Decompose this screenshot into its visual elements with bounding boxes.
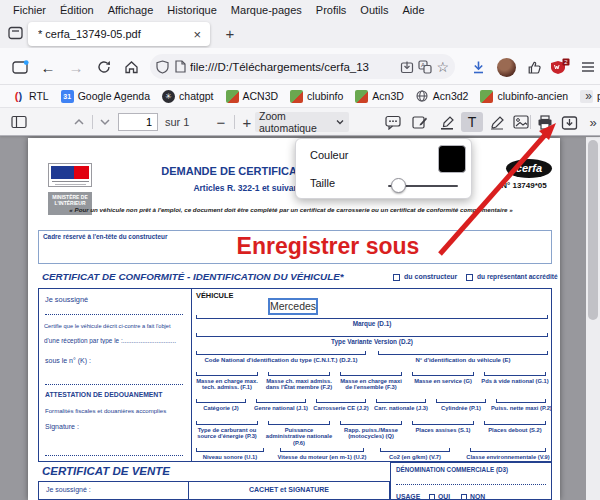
field-line	[378, 351, 548, 355]
menu-historique[interactable]: Historique	[160, 4, 224, 16]
menu-outils[interactable]: Outils	[353, 4, 395, 16]
hamburger-menu-icon[interactable]	[576, 55, 600, 79]
text-annotation-mercedes[interactable]: Mercedes	[268, 298, 318, 315]
home-button[interactable]	[119, 55, 143, 79]
tab-list-icon[interactable]	[8, 26, 23, 40]
field-line	[496, 399, 546, 403]
url-text[interactable]: file:///D:/Téléchargements/cerfa_13	[190, 61, 396, 73]
dotted-line	[45, 384, 183, 385]
bookmark-acn3d-2[interactable]: Acn3D	[349, 87, 410, 106]
clubinfo-ancien-favicon	[480, 90, 493, 103]
bookmark-acn3d2[interactable]: Acn3d2	[410, 87, 475, 106]
field-label-marque: Marque (D.1)	[196, 321, 548, 327]
document-notice: « Pour un véhicule non prêt à l'emploi, …	[36, 206, 546, 213]
scrollbar-thumb[interactable]	[588, 140, 598, 320]
field-line	[196, 315, 548, 319]
reload-button[interactable]	[92, 55, 116, 79]
bookmark-rtl[interactable]: () RTL	[6, 87, 55, 106]
bookmark-acn3d[interactable]: ACN3D	[220, 87, 285, 106]
field-label-g: Masse en service (G)	[409, 378, 477, 384]
page-info-icon[interactable]	[175, 60, 186, 73]
pdf-toolbar-overflow-chevron[interactable]: »	[582, 112, 600, 132]
field-label-j2: Carrosserie CE (J.2)	[311, 405, 371, 411]
field-line	[196, 333, 548, 337]
clubinfo-favicon	[290, 90, 303, 103]
bookmarks-overflow-chevron[interactable]: »	[585, 89, 592, 103]
menu-fichier[interactable]: Fichier	[6, 4, 53, 16]
calendar-favicon: 31	[61, 90, 74, 103]
draw-tool-icon[interactable]	[486, 112, 508, 132]
text-tool-icon[interactable]: T	[461, 112, 483, 132]
bookmarks-bar: () RTL 31 Google Agenda ✳ chatgpt ACN3D …	[0, 85, 600, 108]
menu-affichage[interactable]: Affichage	[101, 4, 161, 16]
menu-edition[interactable]: Édition	[53, 4, 101, 16]
menu-profils[interactable]: Profils	[309, 4, 354, 16]
field-line	[196, 448, 264, 452]
left-certifie: Certifie que le véhicule décrit ci-contr…	[44, 323, 188, 329]
new-tab-button[interactable]: +	[218, 22, 242, 46]
bookmark-clubinfo[interactable]: clubinfo	[284, 87, 349, 106]
field-label-p2: Puiss. nette maxi (P.2)	[491, 405, 551, 411]
tab-bar: * cerfa_13749-05.pdf × +	[0, 19, 600, 48]
color-swatch[interactable]	[438, 145, 466, 173]
image-tool-icon[interactable]	[510, 112, 532, 132]
field-line	[412, 372, 474, 376]
menu-aide[interactable]: Aide	[395, 4, 431, 16]
page-count-label: sur 1	[165, 116, 189, 128]
page-number-input[interactable]	[118, 113, 158, 131]
field-label-s2: Places debout (S.2)	[481, 427, 549, 433]
checkbox-oui	[429, 494, 435, 500]
tab-close-button[interactable]: ×	[190, 27, 204, 42]
active-tab[interactable]: * cerfa_13749-05.pdf ×	[28, 22, 210, 46]
page-up-icon[interactable]	[68, 112, 90, 132]
cadre-label: Cadre réservé à l'en-tête du constructeu…	[43, 233, 167, 240]
color-label: Couleur	[310, 149, 349, 161]
field-label-vin: N° d'identification du véhicule (E)	[378, 357, 548, 363]
non-label: NON	[470, 493, 485, 500]
account-avatar[interactable]	[494, 55, 518, 79]
back-button[interactable]: ←	[36, 55, 60, 79]
bookmark-star-icon[interactable]: ☆	[436, 59, 449, 75]
field-label-v9: Classe environnementale (V.9)	[462, 454, 554, 460]
field-line	[196, 372, 258, 376]
bookmark-google-agenda[interactable]: 31 Google Agenda	[55, 87, 156, 106]
pdf-sidebar-toggle-icon[interactable]	[8, 112, 30, 132]
cachet-signature-label: CACHET et SIGNATURE	[189, 486, 389, 493]
bookmark-chatgpt[interactable]: ✳ chatgpt	[156, 87, 219, 106]
field-line	[484, 421, 546, 425]
checkbox-constructeur-label: du constructeur	[404, 273, 457, 280]
blocker-shield-icon[interactable]: 2	[548, 55, 572, 79]
field-label-j1: Genre national (J.1)	[251, 405, 311, 411]
field-line	[268, 421, 330, 425]
left-attestation: ATTESTATION DE DEDOUANEMENT	[45, 391, 162, 398]
chatgpt-favicon: ✳	[162, 90, 175, 103]
vente-je-soussigne: Je soussigné :	[46, 486, 91, 493]
forward-button[interactable]: →	[64, 55, 88, 79]
bookmark-clubinfo-ancien[interactable]: clubinfo-ancien	[474, 87, 574, 106]
left-je-soussigne: Je soussigné	[45, 295, 88, 304]
save-icon[interactable]	[558, 112, 580, 132]
comment-tool-icon[interactable]	[382, 112, 404, 132]
extension-thumb-icon[interactable]	[522, 55, 546, 79]
print-icon[interactable]	[534, 112, 556, 132]
save-page-icon[interactable]	[400, 60, 414, 74]
signature-tool-icon[interactable]	[409, 112, 431, 132]
downloads-icon[interactable]	[466, 55, 490, 79]
page-down-icon[interactable]	[94, 112, 116, 132]
translate-icon[interactable]: A	[418, 60, 432, 74]
vehicule-header: VÉHICULE	[196, 291, 233, 300]
zoom-out-button[interactable]: −	[210, 112, 232, 132]
left-signature: Signature :	[45, 423, 79, 430]
size-slider-knob[interactable]	[391, 178, 406, 193]
tracking-shield-icon[interactable]	[156, 60, 169, 74]
field-label-cnit: Code National d'identification du type (…	[196, 357, 366, 363]
menu-marque-pages[interactable]: Marque-pages	[224, 4, 309, 16]
firefox-view-icon[interactable]	[8, 55, 32, 79]
field-line	[268, 372, 330, 376]
highlight-tool-icon[interactable]	[436, 112, 458, 132]
zoom-select[interactable]: Zoom automatique	[255, 112, 349, 132]
checkbox-representant	[466, 274, 473, 281]
field-line	[484, 372, 546, 376]
url-bar[interactable]: file:///D:/Téléchargements/cerfa_13 A ☆	[150, 54, 455, 79]
svg-text:A: A	[421, 62, 425, 68]
